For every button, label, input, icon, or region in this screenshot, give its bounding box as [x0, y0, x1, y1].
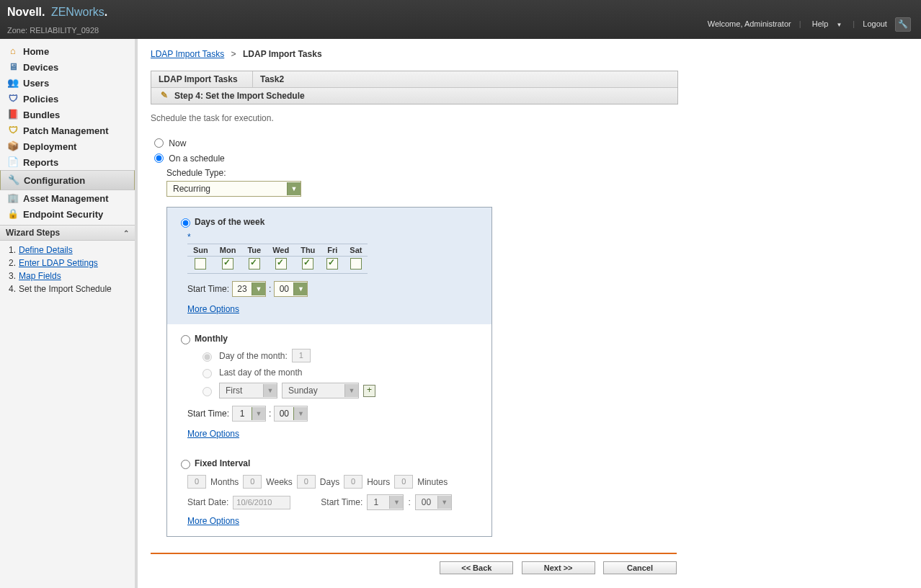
day-cell-tue[interactable] — [241, 257, 267, 274]
fixed-hours-val[interactable]: 0 — [344, 475, 362, 489]
fixed-weeks-val[interactable]: 0 — [243, 475, 262, 489]
wizard-step[interactable]: 3.Map Fields — [9, 270, 135, 282]
monthly-dom-row[interactable]: Day of the month: 1 — [199, 349, 481, 362]
dropdown-icon[interactable]: ▼ — [252, 282, 265, 295]
step-link[interactable]: Define Details — [19, 245, 73, 255]
fixed-minutes-val[interactable]: 0 — [394, 475, 413, 489]
monthly-header[interactable]: Monthly — [177, 333, 481, 344]
weekly-header[interactable]: Days of the week — [177, 216, 481, 228]
day-header-thu: Thu — [295, 244, 321, 257]
dom-value[interactable]: 1 — [292, 349, 311, 362]
time-sep: : — [269, 284, 271, 294]
fixed-months-val[interactable]: 0 — [187, 475, 206, 489]
wizard-steps-list: 1.Define Details2.Enter LDAP Settings3.M… — [0, 244, 135, 300]
dropdown-icon[interactable]: ▼ — [287, 182, 301, 195]
breadcrumb: LDAP Import Tasks > LDAP Import Tasks — [151, 49, 908, 59]
dropdown-icon[interactable]: ▼ — [437, 496, 451, 509]
fixed-date-value[interactable]: 10/6/2010 — [233, 496, 290, 509]
fixed-more-options[interactable]: More Options — [187, 516, 239, 526]
next-button[interactable]: Next >> — [522, 561, 595, 574]
instruction-text: Schedule the task for execution. — [151, 113, 908, 123]
nav-configuration[interactable]: 🔧Configuration — [0, 170, 135, 190]
radio-last-day[interactable] — [203, 369, 212, 378]
day-checkbox-fri[interactable] — [326, 258, 338, 270]
radio-ordinal[interactable] — [203, 387, 212, 396]
step-link[interactable]: Enter LDAP Settings — [19, 258, 98, 268]
radio-schedule[interactable] — [154, 153, 164, 163]
main-panel: LDAP Import Tasks > LDAP Import Tasks LD… — [138, 39, 921, 588]
radio-monthly[interactable] — [181, 335, 190, 344]
day-checkbox-thu[interactable] — [302, 258, 313, 270]
logout-link[interactable]: Logout — [863, 19, 887, 28]
day-checkbox-wed[interactable] — [275, 258, 287, 270]
day-checkbox-sat[interactable] — [350, 258, 362, 270]
fixed-days-val[interactable]: 0 — [297, 475, 316, 489]
add-rule-button[interactable]: + — [363, 385, 375, 397]
logo: Novell. ZENworks. — [7, 6, 107, 19]
option-schedule[interactable]: On a schedule — [151, 151, 908, 164]
ordinal-select[interactable]: First▼ — [219, 383, 277, 398]
nav-home[interactable]: ⌂Home — [0, 43, 135, 59]
radio-weekly[interactable] — [181, 218, 190, 228]
nav-devices[interactable]: 🖥Devices — [0, 59, 135, 75]
dropdown-icon[interactable]: ▼ — [293, 282, 307, 295]
day-checkbox-sun[interactable] — [195, 258, 206, 270]
dayname-value: Sunday — [282, 386, 344, 396]
day-cell-wed[interactable] — [267, 257, 295, 274]
help-link[interactable]: Help ▼ — [809, 19, 845, 28]
wizard-step[interactable]: 1.Define Details — [9, 244, 135, 257]
monthly-last-row[interactable]: Last day of the month — [199, 367, 481, 378]
crumb-current: LDAP Import Tasks — [243, 49, 322, 59]
fixed-minute-select[interactable]: 00▼ — [415, 494, 452, 510]
weekly-more-options[interactable]: More Options — [187, 304, 239, 314]
schedule-type-select[interactable]: Recurring ▼ — [166, 181, 301, 197]
wizard-steps-header[interactable]: Wizard Steps ⌃ — [0, 225, 135, 241]
day-cell-sat[interactable] — [344, 257, 368, 274]
nav-patch-management[interactable]: 🛡Patch Management — [0, 122, 135, 138]
dayname-select[interactable]: Sunday▼ — [282, 383, 359, 398]
radio-fixed[interactable] — [181, 460, 190, 469]
nav-icon: 🖥 — [7, 61, 19, 73]
day-header-tue: Tue — [241, 244, 267, 257]
required-mark: * — [187, 232, 481, 242]
dropdown-icon[interactable]: ▼ — [293, 407, 307, 420]
nav-policies[interactable]: 🛡Policies — [0, 91, 135, 107]
monthly-minute-select[interactable]: 00▼ — [274, 406, 308, 422]
nav-endpoint-security[interactable]: 🔒Endpoint Security — [0, 206, 135, 222]
weekly-minute-select[interactable]: 00▼ — [274, 281, 308, 297]
monthly-more-options[interactable]: More Options — [187, 429, 239, 439]
day-checkbox-tue[interactable] — [249, 258, 260, 270]
weekly-hour-select[interactable]: 23▼ — [232, 281, 266, 297]
wizard-step[interactable]: 2.Enter LDAP Settings — [9, 257, 135, 270]
dropdown-icon[interactable]: ▼ — [252, 407, 265, 420]
nav-deployment[interactable]: 📦Deployment — [0, 138, 135, 154]
day-checkbox-mon[interactable] — [222, 258, 233, 270]
settings-icon[interactable]: 🔧 — [895, 17, 911, 32]
day-cell-mon[interactable] — [214, 257, 242, 274]
cancel-button[interactable]: Cancel — [603, 561, 677, 574]
radio-dom[interactable] — [203, 352, 212, 362]
collapse-icon[interactable]: ⌃ — [123, 229, 129, 237]
dropdown-icon[interactable]: ▼ — [344, 384, 358, 397]
dropdown-icon[interactable]: ▼ — [389, 496, 403, 509]
radio-now[interactable] — [154, 138, 164, 148]
day-cell-sun[interactable] — [187, 257, 214, 274]
nav-reports[interactable]: 📄Reports — [0, 154, 135, 170]
crumb-root[interactable]: LDAP Import Tasks — [151, 49, 224, 59]
dropdown-icon[interactable]: ▼ — [263, 384, 277, 397]
monthly-ord-row[interactable]: First▼ Sunday▼ + — [199, 383, 481, 398]
fixed-header[interactable]: Fixed Interval — [177, 458, 481, 469]
day-cell-fri[interactable] — [321, 257, 344, 274]
wizard-step: 4.Set the Import Schedule — [9, 282, 135, 295]
monthly-hour-select[interactable]: 1▼ — [232, 406, 266, 422]
option-now[interactable]: Now — [151, 136, 908, 148]
fixed-minute-value: 00 — [416, 497, 437, 507]
task-hdr-col1: LDAP Import Tasks — [151, 71, 253, 87]
nav-asset-management[interactable]: 🏢Asset Management — [0, 190, 135, 206]
back-button[interactable]: << Back — [440, 561, 513, 574]
nav-users[interactable]: 👥Users — [0, 75, 135, 91]
nav-bundles[interactable]: 📕Bundles — [0, 107, 135, 122]
step-link[interactable]: Map Fields — [19, 271, 61, 281]
day-cell-thu[interactable] — [295, 257, 321, 274]
fixed-hour-select[interactable]: 1▼ — [367, 494, 404, 510]
